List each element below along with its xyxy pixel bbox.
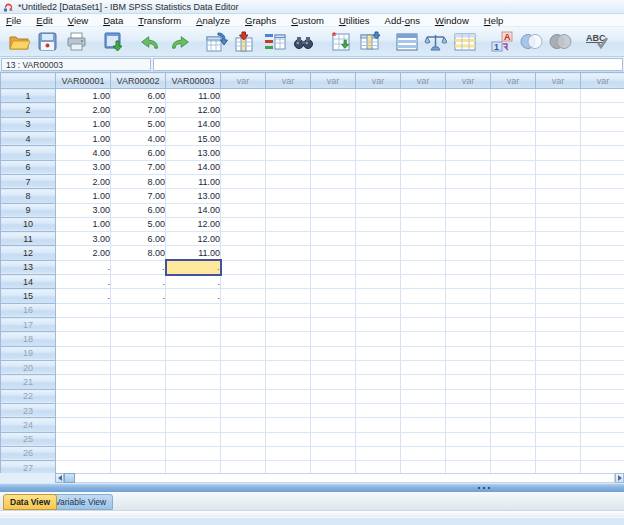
menu-item-graphs[interactable]: Graphs [245, 15, 276, 26]
data-cell[interactable] [266, 131, 311, 145]
data-cell[interactable]: 15.00 [166, 131, 221, 145]
data-cell[interactable] [221, 289, 266, 303]
data-cell[interactable]: 1.00 [56, 189, 111, 203]
data-cell[interactable] [311, 217, 356, 231]
data-cell[interactable] [446, 446, 491, 460]
data-cell[interactable] [491, 217, 536, 231]
data-cell[interactable] [491, 174, 536, 188]
data-cell[interactable] [56, 360, 111, 374]
data-cell[interactable] [401, 289, 446, 303]
column-header-var[interactable]: var [581, 73, 624, 89]
menu-item-addons[interactable]: Add-ons [385, 15, 420, 26]
row-header-18[interactable]: 18 [1, 332, 56, 346]
data-cell[interactable] [491, 303, 536, 317]
data-cell[interactable] [581, 131, 624, 145]
data-cell[interactable] [536, 260, 581, 274]
column-header-var[interactable]: var [491, 73, 536, 89]
data-cell[interactable] [491, 117, 536, 131]
data-cell[interactable] [266, 246, 311, 260]
data-cell[interactable] [491, 375, 536, 389]
data-cell[interactable] [581, 303, 624, 317]
data-cell[interactable]: . [166, 275, 221, 289]
data-cell[interactable]: 14.00 [166, 203, 221, 217]
data-cell[interactable] [536, 432, 581, 446]
data-cell[interactable] [311, 303, 356, 317]
data-cell[interactable] [401, 131, 446, 145]
scrollbar-thumb[interactable] [64, 473, 75, 483]
data-cell[interactable] [401, 232, 446, 246]
row-header-6[interactable]: 6 [1, 160, 56, 174]
menu-item-window[interactable]: Window [435, 15, 469, 26]
data-cell[interactable] [536, 375, 581, 389]
data-cell[interactable] [581, 275, 624, 289]
row-header-8[interactable]: 8 [1, 189, 56, 203]
data-cell[interactable] [56, 446, 111, 460]
data-cell[interactable] [536, 189, 581, 203]
data-cell[interactable] [311, 232, 356, 246]
data-cell[interactable] [491, 461, 536, 473]
data-cell[interactable] [446, 146, 491, 160]
data-cell[interactable] [401, 146, 446, 160]
data-cell[interactable] [311, 103, 356, 117]
data-cell[interactable] [401, 189, 446, 203]
data-cell[interactable]: 2.00 [56, 103, 111, 117]
data-cell[interactable] [581, 346, 624, 360]
data-cell[interactable] [56, 303, 111, 317]
data-cell[interactable] [221, 160, 266, 174]
data-cell[interactable] [581, 418, 624, 432]
row-header-1[interactable]: 1 [1, 89, 56, 103]
data-cell[interactable] [536, 217, 581, 231]
data-cell[interactable] [536, 103, 581, 117]
data-cell[interactable] [401, 360, 446, 374]
data-cell[interactable] [581, 318, 624, 332]
menu-item-utilities[interactable]: Utilities [339, 15, 370, 26]
data-cell[interactable] [446, 432, 491, 446]
data-cell[interactable] [266, 260, 311, 274]
data-cell[interactable] [446, 403, 491, 417]
spell-check-button[interactable]: ABC [584, 29, 609, 54]
data-cell[interactable] [266, 461, 311, 473]
data-cell[interactable] [356, 189, 401, 203]
column-header-var[interactable]: var [536, 73, 581, 89]
data-cell[interactable] [56, 461, 111, 473]
data-cell[interactable] [491, 289, 536, 303]
row-header-20[interactable]: 20 [1, 360, 56, 374]
data-cell[interactable] [356, 232, 401, 246]
row-header-2[interactable]: 2 [1, 103, 56, 117]
data-cell[interactable]: 14.00 [166, 160, 221, 174]
data-cell[interactable]: 4.00 [56, 146, 111, 160]
data-cell[interactable]: 8.00 [111, 246, 166, 260]
data-cell[interactable] [166, 303, 221, 317]
data-cell[interactable] [266, 318, 311, 332]
data-cell[interactable] [581, 89, 624, 103]
data-cell[interactable] [581, 360, 624, 374]
data-cell[interactable] [581, 446, 624, 460]
data-cell[interactable] [446, 318, 491, 332]
data-cell[interactable] [536, 160, 581, 174]
data-cell[interactable] [311, 360, 356, 374]
find-button[interactable] [291, 29, 316, 54]
data-cell[interactable]: . [111, 260, 166, 274]
data-cell[interactable] [311, 418, 356, 432]
data-cell[interactable] [166, 418, 221, 432]
row-header-4[interactable]: 4 [1, 131, 56, 145]
data-cell[interactable] [536, 446, 581, 460]
menu-item-transform[interactable]: Transform [138, 15, 181, 26]
data-cell[interactable]: 1.00 [56, 217, 111, 231]
data-cell[interactable] [401, 375, 446, 389]
data-cell[interactable] [311, 246, 356, 260]
data-cell[interactable] [356, 131, 401, 145]
data-cell[interactable] [356, 260, 401, 274]
data-cell[interactable] [311, 117, 356, 131]
data-cell[interactable] [56, 432, 111, 446]
data-cell[interactable]: 6.00 [111, 232, 166, 246]
data-cell[interactable] [111, 418, 166, 432]
data-cell[interactable] [536, 131, 581, 145]
data-cell[interactable] [311, 403, 356, 417]
data-cell[interactable] [111, 403, 166, 417]
data-cell[interactable] [356, 174, 401, 188]
data-cell[interactable]: 7.00 [111, 103, 166, 117]
data-cell[interactable] [266, 174, 311, 188]
data-cell[interactable] [581, 160, 624, 174]
split-file-button[interactable] [394, 29, 419, 54]
